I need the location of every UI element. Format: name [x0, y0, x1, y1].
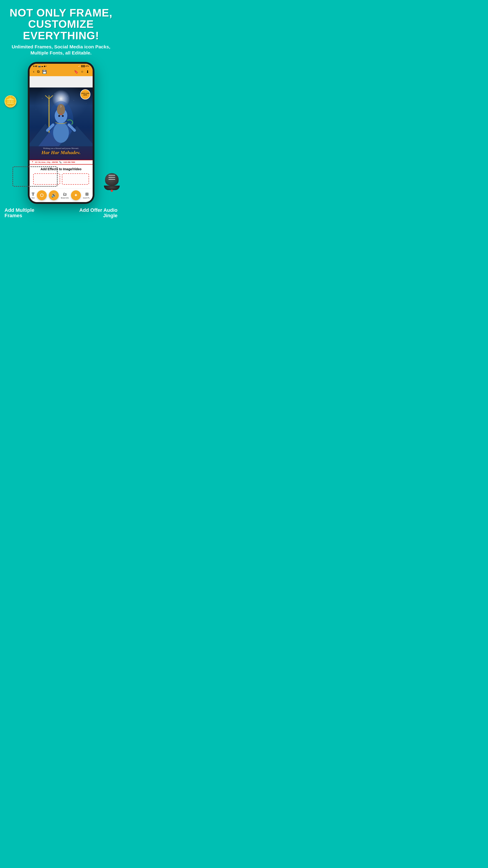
status-bar: 9:48 📷 ☁ ◆ • 📶 ▐▐▐ 47%: [30, 64, 93, 68]
poster-text-overlay: Wishing you a blessed and joyous Shivrat…: [30, 147, 93, 155]
nav-insert[interactable]: ⊞ Insert Pi...: [83, 192, 90, 199]
text-label: Text: [31, 197, 35, 199]
layers-icon[interactable]: ⧉: [37, 70, 39, 74]
status-left: 9:48 📷 ☁ ◆ •: [33, 65, 47, 67]
nav-text[interactable]: 𝐓 Text: [31, 192, 35, 199]
insert-icon: ⊞: [85, 192, 89, 197]
back-icon[interactable]: ‹: [33, 70, 34, 74]
svg-point-10: [62, 115, 64, 117]
save-icon[interactable]: 💾: [42, 70, 47, 74]
shivling-body: [105, 173, 119, 186]
frame-overlay-box: [12, 166, 58, 187]
brand-info-label: Brand Info: [61, 197, 69, 199]
frame-icon: ⬡: [40, 193, 43, 198]
coin-decoration: 🪙: [3, 95, 18, 108]
dashed-box-right: [62, 174, 89, 185]
phone-text: +123 456 7890: [63, 161, 75, 163]
shivling-stripes: [108, 175, 115, 180]
shivling-decoration: [103, 173, 121, 193]
effects-circle-button[interactable]: ✦: [71, 190, 81, 200]
time-display: 9:48: [33, 65, 37, 67]
text-icon: 𝐓: [32, 192, 34, 197]
shivling-dot: [111, 190, 113, 192]
app-toolbar: ‹ ⧉ 💾 🔖 ○ ⬇: [30, 68, 93, 76]
svg-text:☽: ☽: [59, 105, 62, 108]
toolbar-right: 🔖 ○ ⬇: [74, 70, 89, 74]
poster-area: ☽: [30, 88, 93, 160]
nav-audio[interactable]: 🔊: [49, 190, 59, 200]
svg-line-4: [49, 95, 53, 99]
nav-brand-info[interactable]: 🗂 Brand Info: [61, 192, 69, 199]
shivling-base: [104, 186, 120, 190]
status-right: 📶 ▐▐▐ 47%: [78, 65, 89, 67]
address-text: 12 / 34, Area , City - 456789: [35, 161, 58, 163]
nav-frame[interactable]: ⬡: [37, 190, 47, 200]
audio-icon: 🔊: [51, 193, 56, 198]
brand-info-icon: 🗂: [63, 192, 67, 197]
add-frames-label: Add Multiple Frames: [4, 208, 41, 218]
frame-circle-button[interactable]: ⬡: [37, 190, 47, 200]
blessing-text: Wishing you a blessed and joyous Shivrat…: [30, 147, 93, 149]
address-bar: 📍 12 / 34, Area , City - 456789 📞 +123 4…: [30, 160, 93, 164]
main-poster-text: Har Har Mahadev.: [30, 150, 93, 155]
logo-text: YOUR LOGO HERE: [80, 93, 90, 96]
logo-badge: YOUR LOGO HERE: [80, 89, 90, 99]
download-icon[interactable]: ⬇: [86, 70, 89, 74]
audio-circle-button[interactable]: 🔊: [49, 190, 59, 200]
insert-label: Insert Pi...: [83, 197, 90, 199]
canvas-area: [30, 76, 93, 88]
stripe-3: [108, 179, 115, 180]
battery-display: 47%: [85, 65, 89, 67]
stripe-2: [108, 177, 115, 178]
nav-effects[interactable]: ✦: [71, 190, 81, 200]
bookmark-icon[interactable]: 🔖: [74, 70, 78, 74]
effects-icon: ✦: [74, 193, 77, 198]
bottom-nav: 𝐓 Text ⬡ 🔊 🗂: [30, 188, 93, 202]
bottom-labels: Add Multiple Frames Add Offer Audio Jing…: [0, 204, 122, 225]
wifi-icon: 📶: [78, 65, 80, 67]
phone-icon: 📞: [59, 161, 62, 163]
signal-icon: ▐▐▐: [80, 65, 85, 67]
page-wrapper: NOT ONLY FRAME, CUSTOMIZE EVERYTHING! Un…: [0, 0, 122, 225]
add-audio-label: Add Offer Audio Jingle: [72, 208, 118, 218]
svg-line-2: [45, 95, 49, 99]
circle-icon[interactable]: ○: [81, 70, 84, 74]
toolbar-left: ‹ ⧉ 💾: [33, 70, 47, 74]
shiva-figure: ☽: [41, 94, 81, 144]
header-section: NOT ONLY FRAME, CUSTOMIZE EVERYTHING! Un…: [0, 0, 122, 60]
main-title: NOT ONLY FRAME, CUSTOMIZE EVERYTHING!: [4, 7, 118, 41]
svg-point-5: [53, 123, 69, 143]
sub-title: Unlimited Frames, Social Media icon Pack…: [4, 43, 118, 56]
stripe-1: [108, 175, 115, 176]
svg-point-11: [60, 114, 62, 115]
svg-point-9: [58, 115, 60, 117]
location-icon: 📍: [31, 161, 34, 163]
status-icons: 📷 ☁ ◆ •: [38, 65, 47, 67]
